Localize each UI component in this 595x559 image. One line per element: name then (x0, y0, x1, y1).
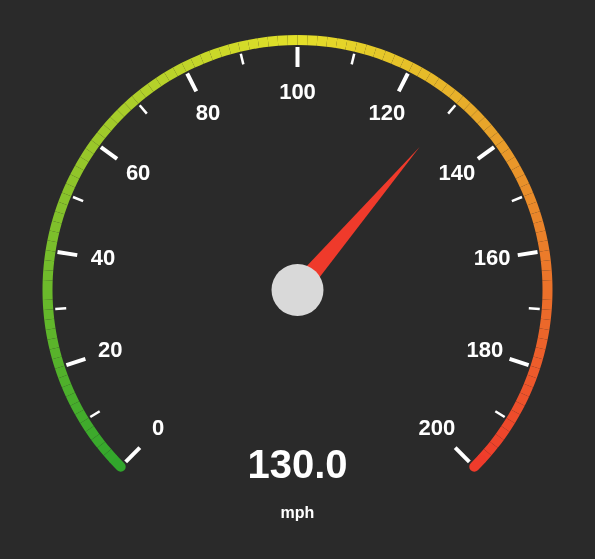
gauge-value-readout: 130.0 (247, 442, 347, 486)
gauge-arc-segment (121, 106, 128, 113)
gauge-arc-segment (52, 339, 54, 349)
gauge-arc-segment (317, 41, 327, 42)
gauge-arc-segment (268, 41, 278, 42)
gauge-arc-segment (467, 106, 474, 113)
major-tick (510, 359, 529, 365)
gauge-arc-segment (525, 386, 529, 395)
gauge-arc-segment (532, 367, 535, 376)
gauge-arc-segment (528, 194, 532, 203)
gauge-arc-segment (54, 222, 56, 231)
gauge-arc-segment (393, 59, 402, 63)
gauge-arc-segment (544, 319, 545, 329)
gauge-arc-segment (101, 445, 107, 453)
gauge-arc-segment (543, 329, 545, 339)
tick-label: 160 (474, 245, 511, 270)
gauge-arc-segment (67, 185, 71, 194)
gauge-arc-segment (48, 300, 49, 310)
gauge-arc-segment (48, 261, 49, 271)
gauge-arc-segment (107, 452, 114, 459)
minor-tick (495, 411, 504, 417)
major-tick (57, 252, 77, 255)
minor-tick (90, 411, 99, 417)
minor-tick (55, 308, 66, 309)
gauge-arc-segment (249, 43, 259, 45)
gauge-arc-segment (51, 241, 53, 251)
gauge-arc-segment (356, 47, 365, 49)
gauge-arc-segment (511, 412, 516, 420)
gauge-arc-segment (60, 367, 63, 376)
gauge-arc-segment (452, 94, 460, 100)
gauge-arc-segment (175, 67, 184, 72)
gauge-arc-segment (70, 395, 74, 404)
gauge-arc-segment (193, 59, 202, 63)
gauge-arc-segment (547, 270, 548, 280)
gauge-arc-segment (90, 143, 96, 151)
gauge-arc-segment (346, 45, 356, 47)
gauge-arc-segment (63, 377, 67, 386)
minor-tick (241, 54, 244, 65)
gauge-arc-segment (544, 251, 545, 261)
gauge-arc-segment (546, 310, 547, 320)
major-tick (455, 448, 469, 462)
gauge-arc-segment (516, 168, 521, 177)
gauge-arc-segment (101, 128, 107, 136)
gauge-arc-segment (547, 300, 548, 310)
major-tick (101, 147, 117, 159)
gauge-arc-segment (48, 310, 49, 320)
gauge-arc-segment (511, 159, 516, 167)
minor-tick (73, 197, 83, 201)
gauge-arc-segment (278, 40, 288, 41)
tick-label: 40 (91, 245, 115, 270)
gauge-arc-segment (375, 52, 384, 55)
tick-label: 120 (369, 100, 406, 125)
gauge-arc-segment (79, 159, 84, 167)
gauge-arc-segment (494, 135, 500, 143)
minor-tick (448, 105, 455, 113)
gauge-arc-segment (52, 232, 54, 242)
gauge-arc-segment (384, 55, 393, 59)
tick-label: 60 (126, 160, 150, 185)
tick-label: 100 (279, 79, 316, 104)
major-tick (66, 359, 85, 365)
gauge-arc-segment (84, 421, 89, 429)
tick-label: 140 (439, 160, 476, 185)
major-tick (478, 147, 494, 159)
gauge-arc-segment (535, 358, 538, 367)
major-tick (187, 73, 196, 91)
gauge-arc-segment (420, 72, 428, 77)
gauge-arc-segment (167, 72, 175, 77)
gauge-arc-segment (220, 49, 229, 52)
gauge-arc-segment (411, 67, 420, 72)
gauge-arc-segment (159, 77, 167, 82)
gauge-arc-segment (48, 270, 49, 280)
gauge-arc-segment (67, 386, 71, 395)
gauge-arc-segment (538, 222, 540, 231)
gauge-arc-segment (60, 203, 63, 212)
gauge-arc-segment (402, 63, 411, 67)
gauge-arc-segment (365, 49, 374, 52)
tick-label: 80 (196, 100, 220, 125)
tick-label: 200 (418, 415, 455, 440)
gauge-arc-segment (444, 88, 452, 94)
gauge-arc-segment (535, 213, 538, 222)
speedometer-gauge: 020406080100120140160180200130.0mph (0, 0, 595, 559)
gauge-arc-segment (90, 429, 96, 437)
gauge-arc-segment (543, 241, 545, 251)
gauge-arc-segment (239, 45, 249, 47)
gauge-arc-segment (474, 113, 481, 120)
gauge-arc-segment (114, 113, 121, 120)
minor-tick (529, 308, 540, 309)
gauge-arc-segment (541, 232, 543, 242)
gauge-arc-segment (75, 403, 80, 412)
gauge-arc-segment (151, 82, 159, 88)
gauge-arc-segment (546, 261, 547, 271)
gauge-arc-segment (128, 100, 135, 107)
gauge-arc-segment (505, 151, 510, 159)
gauge-arc-segment (525, 185, 529, 194)
gauge-arc-segment (57, 213, 60, 222)
gauge-arc-segment (337, 43, 347, 45)
gauge-arc-segment (184, 63, 193, 67)
gauge-arc-segment (307, 40, 317, 41)
major-tick (518, 252, 538, 255)
gauge-arc-segment (516, 403, 521, 412)
